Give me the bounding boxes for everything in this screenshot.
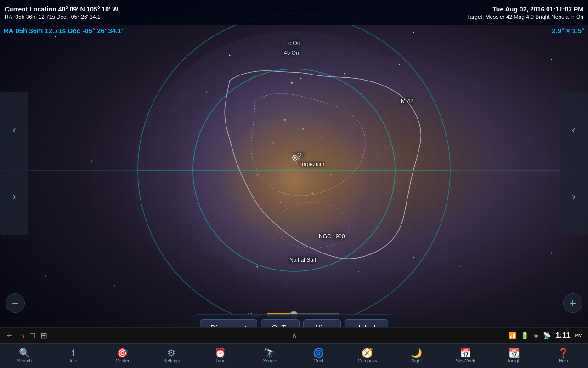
zoom-plus-button[interactable]: + [563,293,582,313]
scope-icon: 🔭 [264,348,275,357]
toolbar-time[interactable]: ⏰ Time [202,348,239,363]
status-nav-buttons: ← ⌂ □ ⊞ [6,330,47,340]
toolbar-info-label: Info [70,358,78,363]
toolbar-help-label: Help [559,358,568,363]
size-display: 2.9° × 1.5° [552,27,584,34]
toolbar-tonight[interactable]: 📆 Tonight [496,348,533,363]
right-nav-panel: ‹ › [560,92,588,235]
toolbar-orbit-label: Orbit [313,358,323,363]
info-icon: ℹ [72,348,75,357]
time-icon: ⏰ [215,348,226,357]
toolbar-settings[interactable]: ⚙ Settings [153,348,190,363]
tonight-icon: 📆 [509,348,520,357]
settings-icon: ⚙ [167,348,175,357]
left-nav-panel: ‹ › [0,92,28,235]
toolbar-night[interactable]: 🌙 Night [398,348,435,363]
location-coords: RA: 05h 36m 12.71s Dec: -05° 26' 34.1" [5,14,102,20]
toolbar-settings-label: Settings [163,358,180,363]
toolbar-info[interactable]: ℹ Info [55,348,92,363]
toolbar-search-label: Search [17,358,32,363]
bottom-chevron-up-icon[interactable]: ∧ [291,331,297,340]
toolbar-help[interactable]: ❓ Help [545,348,582,363]
bottom-toolbar: 🔍 Search ℹ Info 🎯 Center ⚙ Settings ⏰ Ti… [0,343,588,368]
location-title: Current Location 40° 09' N 105° 10' W [5,6,118,13]
toolbar-tonight-label: Tonight [507,358,522,363]
datetime: Tue Aug 02, 2016 01:11:07 PM [492,6,583,13]
clock-display: 1:11 [555,331,570,339]
zoom-minus-icon: − [12,297,18,310]
nav-left-down[interactable]: › [3,185,26,208]
toolbar-scope-label: Scope [263,358,276,363]
toolbar-orbit[interactable]: 🌀 Orbit [300,348,337,363]
zoom-minus-button[interactable]: − [6,293,25,313]
target-info: Target: Messier 42 Mag 4.0 Bright Nebula… [467,14,583,20]
recents-button[interactable]: □ [30,331,35,340]
top-header: Current Location 40° 09' N 105° 10' W Tu… [0,0,588,25]
compass-icon: 🧭 [362,348,373,357]
toolbar-skyweek-label: SkyWeek [456,358,475,363]
orbit-icon: 🌀 [313,348,324,357]
bluetooth-icon: ◈ [533,332,538,339]
status-right-icons: 📶 🔋 ◈ 📡 1:11 PM [509,331,582,339]
nav-right-down[interactable]: › [562,185,585,208]
help-icon: ❓ [558,348,569,357]
toolbar-skyweek[interactable]: 📅 SkyWeek [447,348,484,363]
nav-right-up[interactable]: ‹ [562,119,585,142]
screenshot-button[interactable]: ⊞ [40,330,47,340]
toolbar-compass-label: Compass [358,358,377,363]
zoom-plus-icon: + [570,297,576,310]
clock-ampm: PM [575,333,583,338]
home-button[interactable]: ⌂ [19,331,24,340]
toolbar-compass[interactable]: 🧭 Compass [349,348,386,363]
battery-icon: 🔋 [521,332,529,339]
search-icon: 🔍 [19,348,30,357]
back-button[interactable]: ← [6,331,14,340]
status-bar: ← ⌂ □ ⊞ ∧ 📶 🔋 ◈ 📡 1:11 PM [0,327,588,343]
ra-dec-display: RA 05h 36m 12.71s Dec -05° 26' 34.1" [4,27,125,34]
toolbar-center-label: Center [116,358,130,363]
toolbar-night-label: Night [411,358,422,363]
wifi-icon: 📶 [509,332,516,339]
toolbar-center[interactable]: 🎯 Center [104,348,141,363]
night-icon: 🌙 [411,348,422,357]
center-icon: 🎯 [117,348,128,357]
toolbar-time-label: Time [215,358,226,363]
toolbar-scope[interactable]: 🔭 Scope [251,348,288,363]
nav-left-up[interactable]: ‹ [3,119,26,142]
toolbar-search[interactable]: 🔍 Search [6,348,43,363]
skyweek-icon: 📅 [460,348,471,357]
signal-icon: 📡 [543,332,551,339]
